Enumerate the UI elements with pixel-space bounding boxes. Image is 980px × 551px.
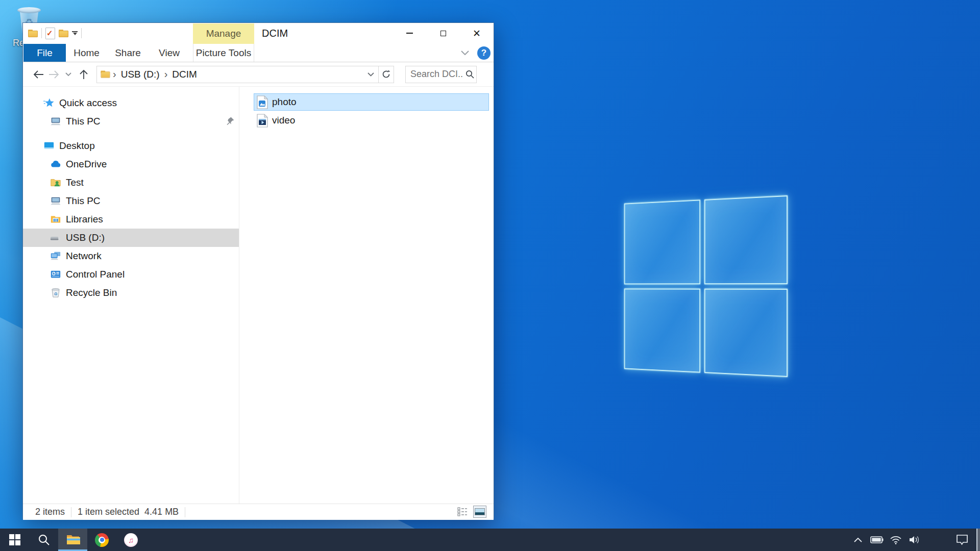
itunes-icon: ♫	[124, 533, 138, 547]
title-bar[interactable]: Manage DCIM ✕	[23, 23, 494, 44]
address-dropdown-chevron-icon[interactable]	[363, 72, 378, 77]
computer-icon	[50, 116, 61, 127]
tray-chevron-icon[interactable]	[848, 529, 867, 551]
checkmark-document-icon[interactable]	[45, 28, 55, 39]
control-panel-icon	[50, 269, 61, 280]
file-name: photo	[272, 96, 297, 108]
sidebar-item-label: This PC	[66, 116, 101, 127]
chrome-icon	[95, 533, 109, 547]
tab-file[interactable]: File	[23, 44, 66, 62]
recent-locations-chevron-icon[interactable]	[62, 72, 75, 77]
refresh-button[interactable]	[379, 66, 394, 83]
breadcrumb-dcim[interactable]: DCIM	[170, 69, 199, 80]
user-folder-icon	[50, 177, 61, 188]
file-row-video[interactable]: video	[254, 112, 489, 129]
sidebar-item-label: Control Panel	[66, 269, 125, 280]
svg-text:♻: ♻	[54, 292, 57, 296]
minimize-icon	[406, 33, 413, 34]
taskbar-itunes-button[interactable]: ♫	[116, 529, 145, 551]
image-file-icon	[257, 95, 268, 109]
file-list: photo video	[254, 93, 489, 130]
video-file-icon	[257, 114, 268, 127]
items-count: 2 items	[35, 507, 65, 517]
file-explorer-icon	[66, 534, 80, 546]
address-bar-row: › USB (D:) › DCIM	[23, 62, 494, 87]
libraries-icon	[50, 214, 61, 225]
sidebar-item-this-pc-pinned[interactable]: This PC	[23, 112, 239, 131]
folder-icon[interactable]	[59, 30, 68, 37]
recycle-bin-icon: ♻	[50, 287, 61, 298]
quick-access-star-icon	[43, 97, 55, 109]
file-row-photo[interactable]: photo	[254, 93, 489, 111]
show-desktop-button[interactable]	[976, 529, 980, 551]
collapse-ribbon-chevron-icon[interactable]	[461, 51, 469, 55]
maximize-icon	[440, 31, 446, 36]
maximize-button[interactable]	[426, 23, 460, 43]
sidebar-item-recycle-bin[interactable]: ♻ Recycle Bin	[23, 284, 239, 302]
sidebar-item-usb-d[interactable]: USB (D:)	[23, 229, 239, 247]
search-icon[interactable]	[463, 70, 476, 79]
windows-logo-pane	[704, 195, 788, 284]
system-tray	[848, 529, 980, 551]
sidebar-item-quick-access[interactable]: Quick access	[23, 94, 239, 112]
volume-icon[interactable]	[905, 529, 924, 551]
action-center-icon[interactable]	[952, 529, 971, 551]
windows-logo-pane	[624, 199, 700, 284]
desktop-icon	[43, 140, 55, 152]
taskbar-search-button[interactable]	[29, 529, 58, 551]
sidebar-item-desktop[interactable]: Desktop	[23, 137, 239, 155]
sidebar-item-onedrive[interactable]: OneDrive	[23, 155, 239, 173]
details-view-button[interactable]	[456, 506, 469, 518]
up-button[interactable]	[75, 69, 92, 80]
battery-icon[interactable]	[867, 529, 886, 551]
folder-icon[interactable]	[28, 30, 38, 37]
sidebar-item-network[interactable]: Network	[23, 247, 239, 265]
sidebar-item-test[interactable]: Test	[23, 173, 239, 192]
large-icons-view-button[interactable]	[473, 506, 486, 518]
sidebar-item-this-pc[interactable]: This PC	[23, 192, 239, 210]
network-icon	[50, 251, 61, 262]
help-button[interactable]: ?	[477, 46, 491, 60]
onedrive-cloud-icon	[50, 159, 61, 170]
wifi-icon[interactable]	[886, 529, 905, 551]
window-title: DCIM	[262, 28, 288, 39]
quick-access-toolbar	[28, 26, 82, 40]
contextual-tab-group-manage[interactable]: Manage	[193, 23, 254, 44]
taskbar-chrome-button[interactable]	[87, 529, 116, 551]
tab-home[interactable]: Home	[66, 44, 107, 62]
windows-logo-pane	[704, 288, 788, 377]
windows-logo-wallpaper	[624, 195, 788, 377]
file-name: video	[272, 115, 295, 126]
sidebar-item-control-panel[interactable]: Control Panel	[23, 265, 239, 284]
sidebar-item-libraries[interactable]: Libraries	[23, 210, 239, 229]
taskbar: ♫	[0, 529, 980, 551]
breadcrumb-usb[interactable]: USB (D:)	[119, 69, 162, 80]
crumb-separator: ›	[110, 68, 119, 80]
tab-view[interactable]: View	[149, 44, 190, 62]
sidebar-item-label: USB (D:)	[66, 232, 105, 243]
sidebar-item-label: Recycle Bin	[66, 287, 117, 298]
minimize-button[interactable]	[393, 23, 426, 43]
search-input[interactable]	[406, 69, 463, 80]
address-bar[interactable]: › USB (D:) › DCIM	[96, 66, 379, 83]
customize-toolbar-chevron[interactable]	[72, 31, 78, 35]
folder-icon	[101, 70, 110, 78]
forward-button[interactable]	[46, 70, 62, 79]
back-button[interactable]	[30, 70, 46, 79]
ribbon-tab-bar: File Home Share View Picture Tools ?	[23, 44, 494, 62]
sidebar-item-label: OneDrive	[66, 159, 107, 170]
file-explorer-window: Manage DCIM ✕ File Home Share View Pictu…	[22, 22, 494, 519]
close-icon: ✕	[473, 29, 481, 38]
sidebar-item-label: This PC	[66, 195, 101, 207]
computer-icon	[50, 195, 61, 207]
navigation-pane: Quick access This PC Desktop	[23, 87, 239, 504]
close-button[interactable]: ✕	[460, 23, 494, 43]
usb-drive-icon	[50, 232, 61, 243]
search-box[interactable]	[405, 66, 477, 83]
taskbar-file-explorer-button[interactable]	[58, 529, 87, 551]
tab-share[interactable]: Share	[107, 44, 149, 62]
search-icon	[38, 534, 50, 546]
start-button[interactable]	[0, 529, 29, 551]
thumbnail-view-icon	[475, 508, 485, 515]
tab-picture-tools[interactable]: Picture Tools	[193, 44, 254, 62]
